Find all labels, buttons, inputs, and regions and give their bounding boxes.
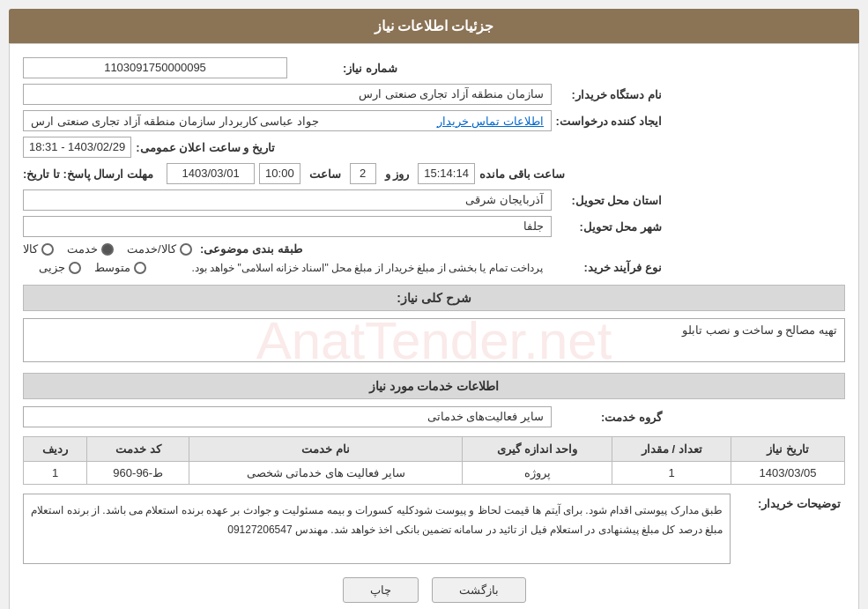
- buyer-org-label: نام دستگاه خریدار:: [552, 88, 666, 101]
- city-value: جلفا: [23, 216, 552, 237]
- purchase-mutawaset-label: متوسط: [94, 261, 130, 274]
- reply-date-value: 1403/03/01: [167, 163, 255, 184]
- table-row: 1403/03/05 1 پروژه سایر فعالیت های خدمات…: [24, 462, 845, 485]
- buyer-org-row: نام دستگاه خریدار: سازمان منطقه آزاد تجا…: [23, 84, 845, 105]
- category-kala-label: کالا: [23, 242, 38, 256]
- col-header-code: کد خدمت: [87, 437, 189, 462]
- cell-quantity: 1: [612, 462, 731, 485]
- remaining-label: ساعت باقی مانده: [479, 167, 565, 181]
- province-value: آذربایجان شرقی: [23, 189, 552, 211]
- reply-days-value: 2: [350, 163, 376, 184]
- date-value: 1403/02/29 - 18:31: [23, 137, 131, 158]
- services-section-label: اطلاعات خدمات مورد نیاز: [369, 379, 500, 393]
- reply-date-label: مهلت ارسال پاسخ: تا تاریخ:: [23, 167, 153, 181]
- services-table: تاریخ نیاز تعداد / مقدار واحد اندازه گیر…: [23, 436, 845, 485]
- reply-time-value: 10:00: [259, 163, 300, 184]
- buyer-notes-content: طبق مدارک پیوستی اقدام شود. برای آیتم ها…: [23, 494, 731, 564]
- page-title: جزئیات اطلاعات نیاز: [375, 19, 494, 33]
- back-button[interactable]: بازگشت: [432, 577, 526, 603]
- reply-time-label: ساعت: [309, 167, 341, 181]
- page-header: جزئیات اطلاعات نیاز: [9, 9, 859, 43]
- category-label: طبقه بندی موضوعی:: [192, 242, 307, 256]
- description-label: شرح کلی نیاز:: [397, 291, 471, 305]
- reply-date-row: ساعت باقی مانده 15:14:14 روز و 2 ساعت 10…: [23, 163, 845, 184]
- purchase-juzyi-label: جزیی: [39, 261, 65, 274]
- description-section-title: شرح کلی نیاز:: [23, 285, 845, 311]
- category-options: کالا/خدمت خدمت کالا: [23, 242, 192, 256]
- creator-row: ایجاد کننده درخواست: اطلاعات تماس خریدار…: [23, 110, 845, 131]
- col-header-unit: واحد اندازه گیری: [463, 437, 612, 462]
- purchase-text: پرداخت تمام یا بخشی از مبلغ خریدار از مب…: [155, 262, 552, 274]
- col-header-date: تاریخ نیاز: [731, 437, 845, 462]
- category-kala-khadamat-label: کالا/خدمت: [127, 242, 176, 256]
- creator-value: اطلاعات تماس خریدار جواد عباسی کاربردار …: [23, 110, 552, 131]
- radio-juzyi-icon: [69, 262, 81, 274]
- cell-row: 1: [24, 462, 87, 485]
- category-row: طبقه بندی موضوعی: کالا/خدمت خدمت کالا: [23, 242, 845, 256]
- creator-label: ایجاد کننده درخواست:: [552, 115, 666, 128]
- buyer-notes-row: توضیحات خریدار: طبق مدارک پیوستی اقدام ش…: [23, 494, 845, 564]
- radio-kala-khadamat-icon: [180, 243, 192, 256]
- col-header-quantity: تعداد / مقدار: [612, 437, 731, 462]
- cell-unit: پروژه: [463, 462, 612, 485]
- need-number-value: 1103091750000095: [23, 57, 287, 78]
- services-section-title: اطلاعات خدمات مورد نیاز: [23, 373, 845, 399]
- province-row: استان محل تحویل: آذربایجان شرقی: [23, 189, 845, 211]
- service-group-label: گروه خدمت:: [552, 411, 666, 424]
- buyer-notes-value: طبق مدارک پیوستی اقدام شود. برای آیتم ها…: [23, 494, 731, 564]
- radio-khadamat-icon: [101, 243, 114, 256]
- services-table-section: تاریخ نیاز تعداد / مقدار واحد اندازه گیر…: [23, 436, 845, 485]
- service-group-value: سایر فعالیت‌های خدماتی: [23, 406, 552, 427]
- need-number-label: شماره نیاز:: [287, 62, 402, 75]
- cell-service: سایر فعالیت های خدماتی شخصی: [189, 462, 463, 485]
- category-khadamat-label: خدمت: [67, 242, 98, 256]
- purchase-label: نوع فرآیند خرید:: [552, 261, 666, 274]
- reply-days-label: روز و: [385, 167, 410, 181]
- province-label: استان محل تحویل:: [552, 194, 666, 207]
- purchase-juzyi: جزیی: [39, 261, 81, 274]
- category-kala-khadamat: کالا/خدمت: [127, 242, 192, 256]
- col-header-service: نام خدمت: [189, 437, 463, 462]
- col-header-row: ردیف: [24, 437, 87, 462]
- radio-kala-icon: [41, 243, 54, 256]
- cell-code: ط-96-960: [87, 462, 189, 485]
- radio-mutawaset-icon: [134, 262, 146, 274]
- category-kala: کالا: [23, 242, 54, 256]
- buyer-notes-text: طبق مدارک پیوستی اقدام شود. برای آیتم ها…: [31, 504, 723, 536]
- print-button[interactable]: چاپ: [343, 577, 419, 603]
- remaining-value: 15:14:14: [418, 163, 475, 184]
- city-row: شهر محل تحویل: جلفا: [23, 216, 845, 237]
- action-buttons: بازگشت چاپ: [23, 577, 845, 603]
- date-label: تاریخ و ساعت اعلان عمومی:: [136, 141, 275, 154]
- announce-date-row: تاریخ و ساعت اعلان عمومی: 1403/02/29 - 1…: [23, 137, 845, 158]
- cell-date: 1403/03/05: [731, 462, 845, 485]
- category-khadamat: خدمت: [67, 242, 114, 256]
- buyer-org-value: سازمان منطقه آزاد تجاری صنعتی ارس: [23, 84, 552, 105]
- description-value: تهیه مصالح و ساخت و نصب تابلو: [23, 318, 845, 362]
- city-label: شهر محل تحویل:: [552, 220, 666, 234]
- contact-link[interactable]: اطلاعات تماس خریدار: [437, 115, 544, 128]
- description-text: تهیه مصالح و ساخت و نصب تابلو: [682, 323, 837, 337]
- creator-text: جواد عباسی کاربردار سازمان منطقه آزاد تج…: [31, 115, 319, 128]
- service-group-row: گروه خدمت: سایر فعالیت‌های خدماتی: [23, 406, 845, 427]
- purchase-mutawaset: متوسط: [94, 261, 146, 274]
- purchase-options: متوسط جزیی: [39, 261, 146, 274]
- need-number-row: شماره نیاز: 1103091750000095: [23, 57, 845, 78]
- buyer-notes-label: توضیحات خریدار:: [731, 494, 845, 510]
- purchase-type-row: نوع فرآیند خرید: پرداخت تمام یا بخشی از …: [23, 261, 845, 274]
